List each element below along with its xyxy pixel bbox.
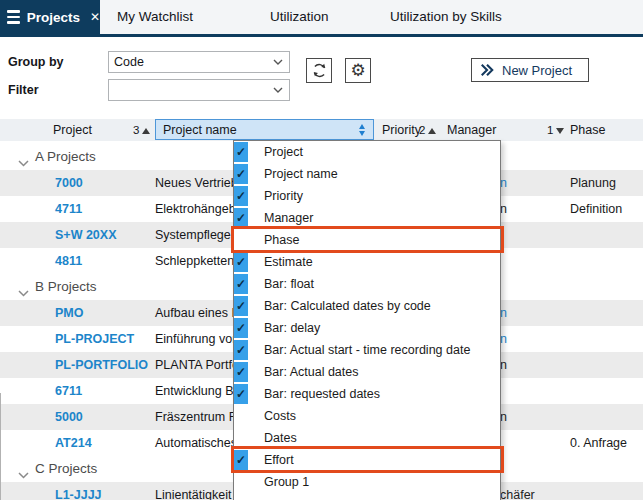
project-code-link[interactable]: L1-JJJJ: [55, 482, 102, 500]
project-code-link[interactable]: 5000: [55, 404, 83, 430]
sort-both-icon[interactable]: [359, 124, 365, 136]
checkbox-icon[interactable]: ✓: [234, 384, 248, 404]
project-code-link[interactable]: 7000: [55, 170, 83, 196]
menu-item-bar-requested-dates[interactable]: ✓Bar: requested dates: [234, 383, 500, 405]
group-label: B Projects: [35, 274, 97, 300]
checkbox-icon[interactable]: ✓: [234, 472, 248, 492]
check-mark-icon: ✓: [236, 146, 246, 158]
check-mark-icon: ✓: [236, 256, 246, 268]
manager-cell-fragment: chäfer: [500, 482, 535, 500]
project-code-link[interactable]: PMO: [55, 300, 83, 326]
project-code-link[interactable]: 4811: [55, 248, 82, 274]
tab-bar: Projects ✕ My Watchlist Utilization Util…: [0, 0, 643, 37]
column-header-phase[interactable]: Phase: [570, 119, 605, 141]
check-mark-icon: ✓: [236, 278, 246, 290]
manager-cell-fragment: n: [500, 352, 507, 378]
check-mark-icon: ✓: [236, 454, 246, 466]
column-chooser-menu: ✓Project✓Project name✓Priority✓Manager✓P…: [233, 140, 501, 500]
filter-select[interactable]: [108, 79, 290, 101]
project-code-link[interactable]: 4711: [55, 196, 82, 222]
project-code-link[interactable]: 6711: [55, 378, 82, 404]
group-by-label: Group by: [8, 51, 64, 73]
checkbox-icon[interactable]: ✓: [234, 164, 248, 184]
new-project-button[interactable]: New Project: [471, 58, 589, 82]
menu-item-bar-delay[interactable]: ✓Bar: delay: [234, 317, 500, 339]
sort-desc-icon: [556, 128, 564, 134]
menu-item-estimate[interactable]: ✓Estimate: [234, 251, 500, 273]
checkbox-icon[interactable]: ✓: [234, 230, 248, 250]
hamburger-menu-icon[interactable]: [7, 7, 20, 27]
menu-item-priority[interactable]: ✓Priority: [234, 185, 500, 207]
check-mark-icon: ✓: [236, 190, 246, 202]
checkbox-icon[interactable]: ✓: [234, 208, 248, 228]
manager-cell-fragment: n: [500, 170, 507, 196]
project-code-link[interactable]: AT214: [55, 430, 92, 456]
sort-indicator-priority: 2: [419, 119, 436, 141]
chevron-down-icon[interactable]: [18, 465, 29, 483]
column-header-project-name[interactable]: Project name: [155, 119, 374, 140]
project-name-cell: Aufbau eines P: [155, 300, 240, 326]
checkbox-icon[interactable]: ✓: [234, 450, 248, 470]
checkbox-icon[interactable]: ✓: [234, 340, 248, 360]
check-mark-icon: ✓: [236, 300, 246, 312]
menu-item-bar-calculated-dates-by-code[interactable]: ✓Bar: Calculated dates by code: [234, 295, 500, 317]
manager-cell-fragment: n: [500, 196, 507, 222]
manager-cell-fragment: n: [500, 404, 507, 430]
check-mark-icon: ✓: [236, 344, 246, 356]
checkbox-icon[interactable]: ✓: [234, 142, 248, 162]
sort-indicator-manager: 1: [547, 119, 564, 141]
check-mark-icon: ✓: [236, 366, 246, 378]
chevron-down-icon[interactable]: [18, 283, 29, 301]
phase-cell: Definition: [570, 196, 622, 222]
group-by-select[interactable]: Code: [108, 51, 290, 73]
menu-item-bar-float[interactable]: ✓Bar: float: [234, 273, 500, 295]
menu-item-phase[interactable]: ✓Phase: [234, 229, 500, 251]
project-code-link[interactable]: PL-PROJECT: [55, 326, 134, 352]
manager-cell-fragment: n: [500, 300, 507, 326]
phase-cell: Planung: [570, 170, 616, 196]
project-name-cell: Schleppketten: [155, 248, 234, 274]
menu-item-manager[interactable]: ✓Manager: [234, 207, 500, 229]
project-code-link[interactable]: S+W 20XX: [55, 222, 117, 248]
checkbox-icon[interactable]: ✓: [234, 428, 248, 448]
tab-utilization-by-skills[interactable]: Utilization by Skills: [390, 0, 502, 34]
settings-button[interactable]: ⚙: [345, 58, 371, 83]
checkbox-icon[interactable]: ✓: [234, 252, 248, 272]
menu-item-costs[interactable]: ✓Costs: [234, 405, 500, 427]
menu-item-effort[interactable]: ✓Effort: [234, 449, 500, 471]
active-tab-label: Projects: [27, 10, 80, 25]
refresh-button[interactable]: [306, 58, 332, 83]
project-name-cell: Automatisches: [155, 430, 237, 456]
menu-item-group-1[interactable]: ✓Group 1: [234, 471, 500, 493]
menu-item-bar-actual-start-time-recording-date[interactable]: ✓Bar: Actual start - time recording date: [234, 339, 500, 361]
checkbox-icon[interactable]: ✓: [234, 296, 248, 316]
column-header-priority[interactable]: Priority: [382, 119, 421, 141]
refresh-icon: [311, 62, 328, 79]
table-header: Project 3 Project name Priority 2 Manage…: [0, 119, 643, 141]
column-header-project[interactable]: Project: [53, 119, 92, 141]
chevron-down-icon: [273, 59, 283, 65]
project-code-link[interactable]: PL-PORTFOLIO: [55, 352, 148, 378]
tab-projects[interactable]: Projects ✕: [0, 0, 100, 34]
menu-item-project[interactable]: ✓Project: [234, 141, 500, 163]
column-header-manager[interactable]: Manager: [447, 119, 496, 141]
check-mark-icon: ✓: [236, 212, 246, 224]
project-name-cell: PLANTA Portfo: [155, 352, 239, 378]
close-icon[interactable]: ✕: [90, 10, 100, 24]
checkbox-icon[interactable]: ✓: [234, 186, 248, 206]
tab-my-watchlist[interactable]: My Watchlist: [117, 0, 193, 34]
check-mark-icon: ✓: [236, 388, 246, 400]
chevron-down-icon[interactable]: [18, 153, 29, 171]
checkbox-icon[interactable]: ✓: [234, 274, 248, 294]
menu-item-bar-actual-dates[interactable]: ✓Bar: Actual dates: [234, 361, 500, 383]
gear-icon: ⚙: [350, 62, 365, 79]
menu-item-dates[interactable]: ✓Dates: [234, 427, 500, 449]
sort-indicator-project: 3: [133, 119, 150, 141]
project-name-cell: Einführung von: [155, 326, 239, 352]
checkbox-icon[interactable]: ✓: [234, 406, 248, 426]
tab-utilization[interactable]: Utilization: [270, 0, 329, 34]
menu-item-project-name[interactable]: ✓Project name: [234, 163, 500, 185]
checkbox-icon[interactable]: ✓: [234, 318, 248, 338]
checkbox-icon[interactable]: ✓: [234, 362, 248, 382]
check-mark-icon: ✓: [236, 168, 246, 180]
